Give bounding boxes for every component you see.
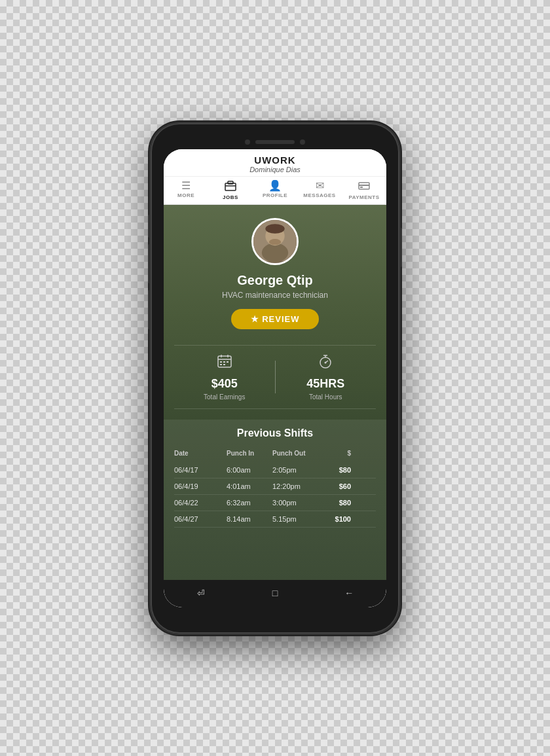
front-sensor	[300, 139, 305, 145]
android-recent-button[interactable]: ⏎	[194, 586, 208, 600]
col-punchin: Punch In	[227, 450, 272, 457]
app-title: UWORK	[164, 154, 386, 166]
profile-icon: 👤	[268, 181, 282, 191]
phone-screen: UWORK Dominique Dias ☰ MORE JOBS	[164, 149, 386, 607]
svg-rect-19	[223, 364, 225, 365]
messages-icon: ✉	[316, 181, 324, 191]
shifts-title: Previous Shifts	[174, 427, 376, 439]
row2-date: 06/4/19	[174, 482, 227, 490]
payments-icon	[358, 181, 370, 193]
row4-punchin: 8.14am	[227, 515, 272, 523]
table-row: 06/4/19 4:01am 12:20pm $60	[174, 478, 376, 495]
row4-date: 06/4/27	[174, 515, 227, 523]
svg-rect-17	[227, 361, 229, 363]
row4-punchout: 5.15pm	[272, 515, 325, 523]
profile-role: HVAC maintenance technician	[222, 291, 328, 300]
table-row: 06/4/27 8.14am 5.15pm $100	[174, 511, 376, 528]
nav-label-messages: MESSAGES	[303, 192, 335, 198]
review-button[interactable]: ★ REVIEW	[231, 309, 320, 329]
svg-point-24	[325, 361, 327, 363]
profile-section: George Qtip HVAC maintenance technician …	[164, 205, 386, 340]
nav-label-profile: PROFILE	[263, 192, 287, 198]
row3-amount: $80	[325, 499, 351, 507]
stopwatch-icon	[318, 353, 333, 373]
volume-up-button	[148, 244, 151, 283]
avatar	[251, 218, 299, 265]
row1-date: 06/4/17	[174, 466, 227, 474]
android-nav-bar: ⏎ □ ←	[164, 580, 386, 607]
row2-punchout: 12:20pm	[272, 482, 325, 490]
shifts-table: Date Punch In Punch Out $ 06/4/17 6:00am…	[174, 447, 376, 528]
nav-label-jobs: JOBS	[223, 194, 238, 200]
nav-item-payments[interactable]: PAYMENTS	[342, 177, 386, 204]
nav-bar: ☰ MORE JOBS 👤 PROFILE ✉ MESSAG	[164, 177, 386, 205]
calendar-icon	[217, 353, 232, 373]
shifts-header: Date Punch In Punch Out $	[174, 447, 376, 459]
mute-button	[148, 215, 151, 238]
profile-name: George Qtip	[237, 273, 313, 288]
svg-rect-15	[220, 361, 222, 363]
app-header: UWORK Dominique Dias	[164, 149, 386, 177]
android-back-button[interactable]: ←	[342, 586, 356, 600]
hours-value: 45HRS	[306, 377, 344, 391]
main-content: George Qtip HVAC maintenance technician …	[164, 205, 386, 580]
row1-punchin: 6:00am	[227, 466, 272, 474]
front-camera	[245, 139, 250, 145]
row1-punchout: 2:05pm	[272, 466, 325, 474]
row4-amount: $100	[325, 515, 351, 523]
svg-rect-5	[360, 187, 363, 188]
svg-point-9	[265, 224, 284, 234]
row3-punchout: 3:00pm	[272, 499, 325, 507]
col-date: Date	[174, 450, 227, 457]
svg-point-10	[269, 239, 281, 245]
nav-item-more[interactable]: ☰ MORE	[164, 177, 208, 204]
hours-label: Total Hours	[309, 393, 342, 401]
col-punchout: Punch Out	[272, 450, 325, 457]
android-home-button[interactable]: □	[268, 586, 282, 600]
jobs-icon	[225, 181, 236, 193]
row3-date: 06/4/22	[174, 499, 227, 507]
power-button	[399, 228, 402, 267]
nav-label-more: MORE	[177, 192, 194, 198]
hours-stat: 45HRS Total Hours	[276, 353, 376, 401]
svg-rect-1	[228, 181, 233, 184]
shifts-section: Previous Shifts Date Punch In Punch Out …	[164, 420, 386, 580]
app-subtitle: Dominique Dias	[164, 166, 386, 173]
row3-punchin: 6:32am	[227, 499, 272, 507]
more-icon: ☰	[181, 181, 191, 191]
svg-point-7	[262, 243, 288, 262]
stats-row: $405 Total Earnings 45HRS	[174, 345, 376, 409]
svg-rect-16	[223, 361, 225, 363]
earnings-value: $405	[211, 377, 238, 391]
nav-item-jobs[interactable]: JOBS	[208, 177, 253, 204]
nav-item-messages[interactable]: ✉ MESSAGES	[297, 177, 342, 204]
phone-device: UWORK Dominique Dias ☰ MORE JOBS	[151, 123, 399, 634]
table-row: 06/4/22 6:32am 3:00pm $80	[174, 495, 376, 511]
volume-down-button	[148, 290, 151, 329]
nav-item-profile[interactable]: 👤 PROFILE	[253, 177, 297, 204]
row1-amount: $80	[325, 466, 351, 474]
phone-top-bar	[223, 135, 327, 149]
col-amount: $	[325, 450, 351, 457]
row2-amount: $60	[325, 482, 351, 490]
table-row: 06/4/17 6:00am 2:05pm $80	[174, 462, 376, 478]
speaker	[255, 140, 295, 144]
earnings-stat: $405 Total Earnings	[174, 353, 275, 401]
row2-punchin: 4:01am	[227, 482, 272, 490]
earnings-label: Total Earnings	[204, 393, 245, 401]
nav-label-payments: PAYMENTS	[348, 194, 379, 200]
svg-rect-18	[220, 364, 222, 365]
avatar-image	[253, 220, 297, 263]
